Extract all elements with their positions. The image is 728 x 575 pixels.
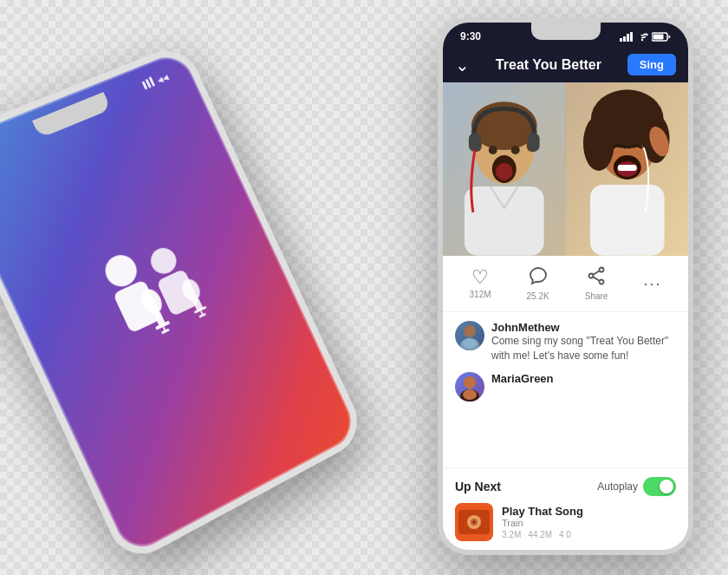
comment-action[interactable]: 25.2K xyxy=(527,266,549,301)
svg-rect-30 xyxy=(469,133,481,152)
song-item[interactable]: Play That Song Train 3.2M 44.2M 4 0 xyxy=(455,503,676,541)
comment-section: JohnMethew Come sing my song "Treat You … xyxy=(443,312,688,467)
nav-bar: ⌄ Treat You Better Sing xyxy=(443,47,688,82)
svg-point-56 xyxy=(463,338,477,349)
svg-point-51 xyxy=(589,274,594,278)
phone-left-icons: ◀◀ xyxy=(141,69,177,92)
song-stats: 3.2M 44.2M 4 0 xyxy=(502,530,676,539)
svg-point-64 xyxy=(473,521,476,524)
svg-rect-47 xyxy=(589,185,664,256)
song-title-next: Play That Song xyxy=(502,505,676,518)
more-icon: ··· xyxy=(643,275,661,293)
up-next-section: Up Next Autoplay Play xyxy=(443,467,688,550)
svg-rect-24 xyxy=(653,34,664,39)
heart-icon: ♡ xyxy=(471,268,489,287)
up-next-header: Up Next Autoplay xyxy=(455,477,676,496)
svg-point-49 xyxy=(600,268,604,272)
comment-1-text: Come sing my song "Treat You Better" wit… xyxy=(491,334,676,363)
svg-text:◀◀: ◀◀ xyxy=(156,73,170,85)
up-next-label: Up Next xyxy=(455,480,501,493)
autoplay-row: Autoplay xyxy=(597,477,676,496)
svg-rect-19 xyxy=(623,36,626,42)
autoplay-label: Autoplay xyxy=(597,480,638,493)
status-icons xyxy=(620,32,671,42)
song-stat-2: 44.2M xyxy=(528,530,552,539)
svg-point-32 xyxy=(489,146,497,154)
status-bar: 9:30 xyxy=(443,23,688,47)
svg-rect-18 xyxy=(620,38,622,42)
comment-1: JohnMethew Come sing my song "Treat You … xyxy=(455,321,676,363)
svg-point-59 xyxy=(463,389,477,400)
photo-left xyxy=(443,82,566,256)
svg-point-22 xyxy=(641,38,643,40)
svg-rect-10 xyxy=(161,328,170,334)
share-label: Share xyxy=(585,291,608,301)
svg-line-52 xyxy=(593,271,599,275)
autoplay-toggle[interactable] xyxy=(643,477,676,496)
photo-right xyxy=(566,82,689,256)
comment-count: 25.2K xyxy=(527,291,549,301)
phone-left-body: 9:30 ◀◀ xyxy=(0,42,367,566)
more-action[interactable]: ··· xyxy=(643,275,661,293)
svg-rect-31 xyxy=(528,133,540,152)
share-icon xyxy=(587,266,606,289)
phone-left: 9:30 ◀◀ xyxy=(0,42,367,566)
svg-point-57 xyxy=(464,376,476,389)
song-artist: Train xyxy=(502,518,676,528)
back-button[interactable]: ⌄ xyxy=(455,55,470,75)
comment-2-username: MariaGreen xyxy=(491,372,676,385)
status-time: 9:30 xyxy=(460,30,481,42)
scene: 9:30 ◀◀ xyxy=(0,0,728,575)
comment-1-username: JohnMethew xyxy=(491,321,676,334)
app-logo xyxy=(63,205,245,389)
phone-right: 9:30 xyxy=(438,17,693,555)
svg-point-50 xyxy=(600,280,604,284)
svg-rect-46 xyxy=(617,165,636,171)
svg-rect-21 xyxy=(630,32,633,42)
comment-icon xyxy=(529,266,548,289)
sing-button[interactable]: Sing xyxy=(627,54,676,75)
song-thumbnail xyxy=(455,503,493,541)
comment-2: MariaGreen xyxy=(455,372,676,402)
song-info: Play That Song Train 3.2M 44.2M 4 0 xyxy=(502,505,676,539)
comment-1-body: JohnMethew Come sing my song "Treat You … xyxy=(491,321,676,363)
action-bar: ♡ 312M 25.2K xyxy=(443,256,688,312)
svg-point-54 xyxy=(464,325,476,337)
share-action[interactable]: Share xyxy=(585,266,608,301)
song-stat-1: 3.2M xyxy=(502,530,521,539)
avatar-maria xyxy=(455,372,484,402)
like-action[interactable]: ♡ 312M xyxy=(470,268,491,299)
svg-line-53 xyxy=(593,277,599,281)
svg-point-33 xyxy=(511,146,520,154)
svg-point-35 xyxy=(496,163,513,180)
song-stat-3: 4 0 xyxy=(559,530,571,539)
svg-rect-20 xyxy=(627,34,629,42)
song-title: Treat You Better xyxy=(496,57,601,73)
avatar-john xyxy=(455,321,484,350)
svg-point-43 xyxy=(623,95,658,126)
like-count: 312M xyxy=(470,290,491,299)
photo-section xyxy=(443,82,688,256)
comment-2-body: MariaGreen xyxy=(491,372,676,385)
svg-rect-36 xyxy=(465,186,544,256)
